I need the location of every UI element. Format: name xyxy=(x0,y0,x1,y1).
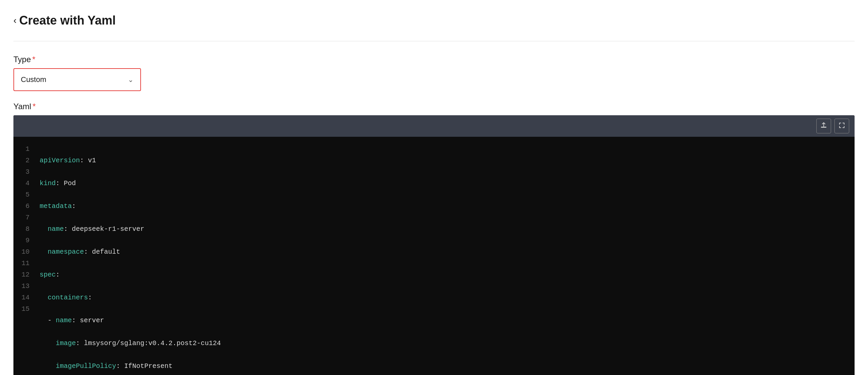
type-label-text: Type xyxy=(13,55,31,64)
editor-body[interactable]: 1 2 3 4 5 6 7 8 9 10 11 12 13 14 15 apiV… xyxy=(13,137,855,375)
code-line-3: metadata: xyxy=(40,201,848,212)
yaml-field-section: Yaml * xyxy=(13,102,855,375)
code-line-2: kind: Pod xyxy=(40,178,848,189)
code-line-9: image: lmsysorg/sglang:v0.4.2.post2-cu12… xyxy=(40,338,848,349)
yaml-editor[interactable]: 1 2 3 4 5 6 7 8 9 10 11 12 13 14 15 apiV… xyxy=(13,115,855,375)
yaml-label: Yaml * xyxy=(13,102,855,111)
line-number: 9 xyxy=(22,235,30,246)
line-number: 4 xyxy=(22,178,30,189)
type-dropdown[interactable]: Custom ⌄ xyxy=(13,68,141,91)
type-dropdown-value: Custom xyxy=(21,75,46,84)
line-number: 10 xyxy=(22,246,30,258)
upload-button[interactable] xyxy=(816,119,831,134)
line-number: 5 xyxy=(22,189,30,201)
yaml-required-star: * xyxy=(33,102,36,111)
expand-button[interactable] xyxy=(834,119,849,134)
line-number: 2 xyxy=(22,155,30,166)
line-numbers: 1 2 3 4 5 6 7 8 9 10 11 12 13 14 15 xyxy=(13,137,36,375)
code-line-4: name: deepseek-r1-server xyxy=(40,224,848,235)
page-header: ‹ Create with Yaml xyxy=(13,13,855,28)
code-content[interactable]: apiVersion: v1 kind: Pod metadata: name:… xyxy=(36,137,855,375)
line-number: 6 xyxy=(22,201,30,212)
yaml-label-text: Yaml xyxy=(13,102,31,111)
upload-icon xyxy=(820,122,827,131)
code-line-6: spec: xyxy=(40,269,848,281)
chevron-down-icon: ⌄ xyxy=(128,76,133,84)
line-number: 1 xyxy=(22,143,30,155)
expand-icon xyxy=(838,122,845,131)
line-number: 8 xyxy=(22,224,30,235)
type-required-star: * xyxy=(32,55,35,64)
line-number: 7 xyxy=(22,212,30,224)
code-line-1: apiVersion: v1 xyxy=(40,155,848,166)
type-field-section: Type * Custom ⌄ xyxy=(13,55,855,91)
page-title: Create with Yaml xyxy=(19,13,116,28)
back-button[interactable]: ‹ xyxy=(13,15,17,26)
page-container: ‹ Create with Yaml Type * Custom ⌄ Yaml … xyxy=(0,0,868,375)
header-divider xyxy=(13,41,855,41)
code-line-5: namespace: default xyxy=(40,246,848,258)
line-number: 15 xyxy=(22,304,30,315)
line-number: 12 xyxy=(22,269,30,281)
line-number: 3 xyxy=(22,166,30,178)
code-line-8: - name: server xyxy=(40,315,848,326)
code-line-7: containers: xyxy=(40,292,848,304)
line-number: 13 xyxy=(22,281,30,292)
type-label: Type * xyxy=(13,55,855,64)
svg-rect-0 xyxy=(821,127,826,128)
line-number: 14 xyxy=(22,292,30,304)
editor-toolbar xyxy=(13,115,855,137)
code-line-10: imagePullPolicy: IfNotPresent xyxy=(40,360,848,372)
line-number: 11 xyxy=(22,258,30,269)
